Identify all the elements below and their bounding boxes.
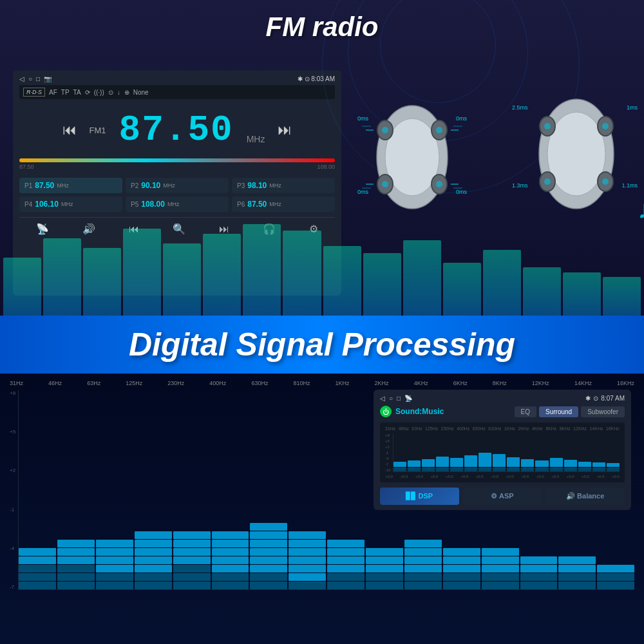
eq-col-9	[327, 390, 365, 589]
eq-values-row: +0.0 +0.0 +0.0 +0.0 +0.0 +0.0 +0.0 +0.0 …	[385, 475, 620, 478]
preset-unit-3: MHz	[269, 182, 281, 189]
eq-tab[interactable]: EQ	[515, 406, 536, 417]
preset-p5[interactable]: P5 108.00 MHz	[126, 196, 229, 212]
dsp-signal-icon: ⊙	[593, 395, 598, 402]
recents-icon[interactable]: □	[36, 75, 40, 82]
mini-eq-freq-labels: 31Hz 46Hz 63Hz 125Hz 230Hz 400Hz 630Hz 8…	[385, 426, 620, 431]
next-station-button[interactable]: ⏭	[278, 122, 292, 138]
ta-button[interactable]: TA	[73, 89, 81, 96]
balance-tab-label: Balance	[577, 492, 604, 500]
home-icon[interactable]: ○	[28, 75, 32, 82]
surround-tab[interactable]: Surround	[539, 406, 578, 417]
dsp-square-icon[interactable]: □	[397, 395, 401, 402]
camera-icon[interactable]: 📷	[44, 75, 52, 82]
asp-tab-button[interactable]: ⚙ ASP	[463, 488, 542, 505]
toolbar-icon3: ↓	[117, 89, 120, 96]
y-label-8: +8	[10, 390, 15, 396]
eq-col-3	[96, 390, 133, 589]
eq-bg-bar-7	[243, 224, 281, 316]
dsp-tab-icon: ▊▊	[406, 492, 416, 500]
right-top-label: 2.5ms	[512, 104, 528, 111]
eq-bg-bar-14	[523, 267, 561, 316]
sound-mode-label: Sound:Music	[395, 407, 444, 416]
preset-p6[interactable]: P6 87.50 MHz	[232, 196, 335, 212]
freq-12khz: 12KHz	[532, 380, 549, 386]
dsp-bottom-tabs: ▊▊ DSP ⚙ ASP 🔊 Balance	[380, 488, 625, 505]
preset-freq-5: 108.00	[141, 200, 165, 209]
dsp-tab-label: DSP	[419, 492, 433, 500]
eq-bg-bar-3	[83, 248, 121, 316]
dsp-back-icon[interactable]: ◁	[380, 395, 385, 402]
svg-point-6	[382, 127, 388, 133]
dsp-tab-button[interactable]: ▊▊ DSP	[380, 488, 459, 505]
toolbar-sep: ⟳	[85, 89, 90, 96]
freq-max: 108.00	[317, 164, 335, 170]
preset-p4[interactable]: P4 106.10 MHz	[19, 196, 122, 212]
presets-grid: P1 87.50 MHz P2 90.10 MHz P3 98.10 MHz P…	[19, 178, 335, 212]
left-rear-left-time: 0ms	[357, 189, 368, 195]
tp-button[interactable]: TP	[61, 89, 70, 96]
freq-31hz: 31Hz	[10, 380, 23, 386]
svg-point-8	[382, 181, 388, 187]
eq-col-6	[212, 390, 249, 589]
eq-col-4	[135, 390, 172, 589]
preset-p2[interactable]: P2 90.10 MHz	[126, 178, 229, 193]
svg-point-11	[547, 112, 605, 196]
left-rear-right-time: 0ms	[456, 189, 467, 195]
dsp-mode-area: ⏻ Sound:Music	[380, 406, 444, 417]
dsp-cast-icon[interactable]: 📡	[404, 395, 412, 402]
eq-bg-bar-4	[123, 229, 161, 316]
mini-y-labels: +8 +5 +2 -1 -4 -7 -10	[385, 433, 391, 472]
statusbar-nav: ◁ ○ □ 📷	[19, 75, 52, 82]
back-icon[interactable]: ◁	[19, 75, 24, 82]
asp-tab-icon: ⚙	[491, 492, 497, 500]
freq-8khz: 8KHz	[493, 380, 507, 386]
mini-eq-bars	[393, 433, 620, 472]
frequency-value: 87.50	[119, 109, 234, 151]
eq-bg-bar-5	[163, 243, 201, 316]
freq-bar-track	[19, 158, 335, 162]
freq-125hz: 125Hz	[126, 380, 142, 386]
dsp-title-section: Digital Signal Processing	[0, 316, 644, 374]
af-button[interactable]: AF	[49, 89, 57, 96]
eq-bg-bar-6	[203, 234, 241, 316]
mini-eq-display: 31Hz 46Hz 63Hz 125Hz 230Hz 400Hz 630Hz 8…	[380, 422, 625, 482]
signal-icon: ⊙	[305, 75, 310, 82]
y-label-2: +2	[10, 468, 15, 473]
y-label-5: +5	[10, 429, 15, 435]
power-icon[interactable]: ⏻	[380, 406, 392, 417]
eq-col-5	[173, 390, 211, 589]
frequency-bar[interactable]: 87.50 108.00	[19, 158, 335, 170]
dsp-section: 31Hz 46Hz 63Hz 125Hz 230Hz 400Hz 630Hz 8…	[0, 374, 644, 644]
bluetooth-icon: ✱	[298, 75, 303, 82]
prev-station-button[interactable]: ⏮	[62, 122, 77, 138]
balance-tab-button[interactable]: 🔊 Balance	[545, 488, 625, 505]
freq-1khz: 1KHz	[336, 380, 350, 386]
y-label-n1: -1	[10, 507, 15, 513]
right-car-svg	[522, 86, 631, 222]
preset-label-6: P6	[237, 201, 245, 208]
dsp-statusbar-right: ✱ ⊙ 8:07 AM	[585, 395, 625, 402]
eq-bg-bar-11	[403, 240, 441, 316]
freq-14khz: 14KHz	[574, 380, 592, 386]
freq-min: 87.50	[19, 164, 34, 170]
freq-2khz: 2KHz	[375, 380, 389, 386]
dsp-nav-icons: ◁ ○ □ 📡	[380, 395, 412, 402]
svg-point-17	[602, 123, 609, 129]
mhz-unit: MHz	[247, 134, 265, 144]
fm-band-label: FM1	[90, 126, 106, 135]
preset-unit-5: MHz	[167, 201, 180, 207]
svg-point-18	[544, 178, 551, 185]
toolbar-icon1: ((·))	[94, 89, 104, 96]
dsp-home-icon[interactable]: ○	[389, 395, 393, 402]
preset-freq-4: 106.10	[35, 200, 59, 209]
freq-63hz: 63Hz	[87, 380, 100, 386]
eq-col-8	[289, 390, 326, 589]
eq-bg-bar-13	[483, 250, 521, 316]
freq-4khz: 4KHz	[414, 380, 428, 386]
subwoofer-tab[interactable]: Subwoofer	[581, 406, 625, 417]
right-rear-left-time: 1.3ms	[512, 182, 528, 189]
toolbar-icon4: ⊕	[124, 89, 129, 96]
preset-p3[interactable]: P3 98.10 MHz	[232, 178, 335, 193]
preset-p1[interactable]: P1 87.50 MHz	[19, 178, 122, 193]
